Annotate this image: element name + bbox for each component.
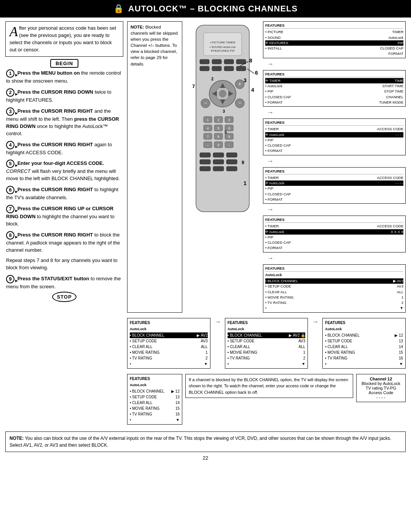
intro-text: fter your personal access code has been … (10, 25, 116, 53)
cp-a-row1: • BLOCK CHANNEL▶ AV2 (130, 332, 208, 338)
step-4: 4 Press the CURSOR RING RIGHT again to h… (5, 141, 123, 157)
cp-d-subtitle: AutoLock (130, 382, 180, 388)
panel2-row4: • CLOSED CAPCHANNEL (265, 94, 403, 100)
svg-text:4: 4 (207, 126, 209, 130)
step-8-title: Press the CURSOR RING RIGHT (18, 232, 93, 238)
step-1-title: Press the MENU button on (18, 70, 80, 76)
svg-rect-50 (200, 153, 210, 157)
cp-d-row3: • CLEAR ALL14 (130, 400, 180, 406)
cp-c-row6: •▼ (325, 361, 403, 367)
panel1-row2: • SOUNDAutoLock (265, 35, 403, 40)
svg-text:2: 2 (217, 118, 219, 122)
svg-text:✛FEATURES  PIP: ✛FEATURES PIP (210, 49, 235, 53)
step-6-title: Press the CURSOR RING RIGHT (18, 187, 93, 193)
svg-point-19 (219, 90, 226, 97)
cp-a-title: FEATURES (130, 320, 208, 326)
channel-panel-a: FEATURES AutoLock • BLOCK CHANNEL▶ AV2 •… (127, 318, 210, 369)
svg-rect-52 (226, 153, 237, 157)
channel-line5: - - - - (360, 395, 402, 399)
step-7: 7 Press the CURSOR RING UP or CURSOR RIN… (5, 205, 123, 228)
panel5-row3: • PIP (265, 235, 403, 240)
panel1-row4: • INSTALLCLOSED CAP (265, 46, 403, 51)
page-header: 🔒 AutoLock™ – Blocking Channels (0, 0, 411, 18)
footer-note: NOTE: You also can block out the use of … (5, 431, 406, 452)
cp-a-row5: • TV RATING2 (130, 355, 208, 361)
channel-panel-b: FEATURES AutoLock • BLOCK CHANNEL▶ AV2 🔒… (225, 318, 308, 369)
step-4-num: 4 (6, 141, 14, 149)
cp-c-row2: • SETUP CODE13 (325, 338, 403, 344)
step-2: 2 Press the CURSOR RING DOWN twice to hi… (5, 88, 123, 104)
panel1-title: FEATURES (265, 23, 403, 29)
step-9-num: 9 (6, 275, 14, 283)
svg-text:6: 6 (228, 126, 230, 130)
channel-line2: Blocked by AutoLock (360, 381, 402, 386)
svg-rect-8 (236, 59, 246, 64)
panel3-row2: ✛ AutoLock- - - - (265, 132, 403, 137)
cp-c-row1: • BLOCK CHANNEL▶ 12 (325, 332, 403, 338)
step-2-title: Press the CURSOR RING DOWN (18, 89, 93, 95)
channel-panel-c: FEATURES AutoLock • BLOCK CHANNEL▶ 12 • … (322, 318, 406, 369)
cp-b-row1: • BLOCK CHANNEL▶ AV2 🔒 (228, 332, 306, 338)
cp-d-row1: • BLOCK CHANNEL▶ 12 (130, 388, 180, 394)
panel5-row1: • TIMERACCESS CODE (265, 224, 403, 229)
svg-text:1: 1 (207, 118, 209, 122)
svg-text:• SOUND    AutoLock: • SOUND AutoLock (209, 45, 236, 49)
svg-text:9: 9 (228, 135, 230, 139)
channel-line3: TV rating TV-PG (360, 386, 402, 390)
right-panels-column: FEATURES • PICTURETIMER • SOUNDAutoLock … (263, 21, 406, 313)
step-9-title: Press the STATUS/EXIT button (18, 276, 89, 281)
svg-text:8: 8 (249, 58, 252, 64)
stop-label: STOP (52, 292, 76, 302)
step-5-title: Enter your four-digit ACCESS CODE. (18, 161, 104, 166)
panel5-row2: ✛ AutoLockX X X X (265, 229, 403, 235)
panel6-row5: • TV RATING2 (265, 300, 403, 305)
features-panel-3: FEATURES • TIMERACCESS CODE ✛ AutoLock- … (263, 118, 406, 155)
step-3-title: Press the CURSOR RING RIGHT (18, 109, 93, 114)
bottom-panels-row1: FEATURES AutoLock • BLOCK CHANNEL▶ AV2 •… (127, 318, 406, 369)
step-5-body: CORRECT will flash very briefly and the … (6, 168, 120, 181)
panel4-row3: • PIP (265, 186, 403, 191)
cp-c-row4: • MOVIE RATING15 (325, 350, 403, 355)
panel6-title: FEATURES (265, 266, 403, 272)
panel3-row5: • FORMAT (265, 148, 403, 153)
page-number: 22 (0, 455, 411, 461)
svg-rect-10 (212, 66, 221, 71)
svg-text:• PICTURE   TIMER: • PICTURE TIMER (210, 41, 235, 44)
panel4-row2: ✛ AutoLock- - - - (265, 181, 403, 186)
lock-icon: 🔒 (113, 4, 124, 14)
svg-rect-51 (213, 153, 224, 157)
panel4-row5: • FORMAT (265, 197, 403, 202)
arrow-a-b: → (213, 318, 222, 326)
step-2-num: 2 (6, 88, 14, 97)
panel2-row1: ✛ TIMERTIME (265, 78, 403, 83)
cp-b-title: FEATURES (228, 320, 306, 326)
panel3-row4: • CLOSED CAP (265, 143, 403, 148)
panel6-row3: • CLEAR ALLALL (265, 289, 403, 295)
panel2-row5: • FORMATTUNER MODE (265, 100, 403, 105)
begin-label: BEGIN (50, 59, 78, 68)
panel4-title: FEATURES (265, 169, 403, 174)
right-column: NOTE: Blocked channels will be skipped w… (127, 21, 406, 425)
svg-text:←: ← (206, 144, 209, 147)
svg-text:4: 4 (251, 87, 254, 93)
cp-b-row4: • MOVIE RATING1 (228, 350, 306, 355)
features-panel-6: FEATURES AutoLock • BLOCK CHANNEL▶ AV2 •… (263, 264, 406, 313)
step-4-title: Press the CURSOR RING RIGHT (18, 142, 93, 147)
panel6-row2: • SETUP CODEAV3 (265, 284, 403, 289)
step-1: 1 Press the MENU button on the remote co… (5, 69, 123, 85)
channel-line4: Access Code (360, 390, 402, 395)
panel4-row4: • CLOSED CAP (265, 192, 403, 197)
svg-rect-12 (236, 66, 246, 71)
note-text: Blocked channels will be skipped when yo… (131, 25, 178, 66)
panel5-row5: • FORMAT (265, 245, 403, 251)
drop-cap: A (10, 25, 18, 38)
features-panel-1: FEATURES • PICTURETIMER • SOUNDAutoLock … (263, 21, 406, 58)
note-label: NOTE: (131, 25, 144, 29)
svg-text:−: − (228, 144, 230, 147)
step-5-num: 5 (6, 160, 14, 168)
cp-a-row6: •▼ (130, 361, 208, 367)
svg-rect-11 (224, 66, 234, 71)
svg-rect-58 (226, 166, 237, 171)
step-repeat: Repeat steps 7 and 8 for any channels yo… (5, 257, 123, 272)
cp-b-row3: • CLEAR ALLALL (228, 344, 306, 350)
